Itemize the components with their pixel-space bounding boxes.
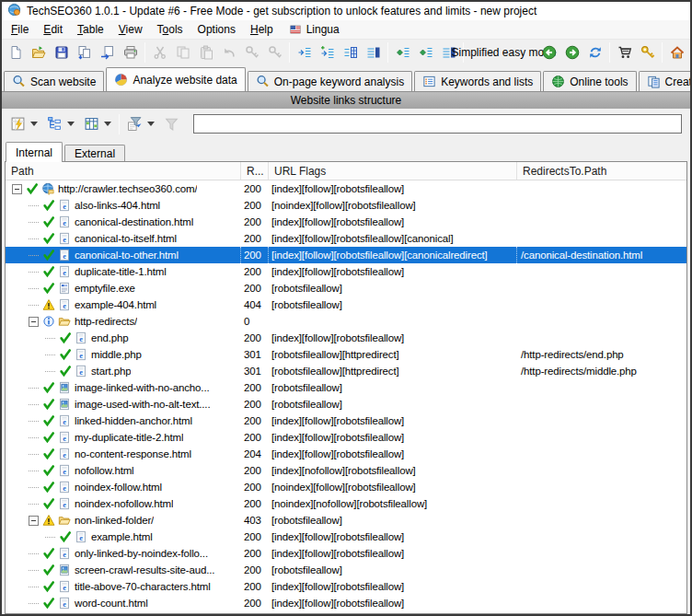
view-tab-internal[interactable]: Internal [6, 142, 63, 162]
menu-item-file[interactable]: File [4, 21, 36, 38]
columns-dropdown[interactable] [79, 112, 116, 135]
paste-button[interactable] [194, 41, 217, 64]
indent-add-node-button[interactable] [316, 41, 339, 64]
table-row[interactable]: image-linked-with-no-ancho...200[robotsf… [6, 379, 686, 396]
column-header-1[interactable]: R... [241, 162, 269, 180]
table-row[interactable]: eexample-404.html404[robotsfileallow] [6, 296, 686, 313]
url-flags-text: [robotsfileallow][httpredirect] [271, 349, 399, 360]
collapse-level-button[interactable] [414, 41, 437, 64]
table-row[interactable]: emiddle.php301[robotsfileallow][httpredi… [6, 346, 686, 363]
refresh-button[interactable] [583, 41, 606, 64]
copy-button[interactable] [171, 41, 194, 64]
path-cell: enoindex-follow.html [6, 479, 241, 495]
open-project-button[interactable] [27, 41, 50, 64]
table-row[interactable]: screen-crawl-results-site-aud...200[robo… [6, 562, 686, 578]
filter-text-input[interactable] [193, 114, 682, 134]
table-row[interactable]: http-redirects/0 [6, 313, 686, 330]
menu-item-tools[interactable]: Tools [150, 21, 190, 38]
response-cell: 200 [241, 197, 269, 214]
back-button[interactable] [537, 41, 560, 64]
magnifier-icon [12, 75, 26, 88]
table-row[interactable]: image-used-with-no-alt-text....200[robot… [6, 396, 686, 413]
table-row[interactable]: eexample.html200[index][follow][robotsfi… [6, 529, 686, 545]
tab-online-tools[interactable]: Online tools [543, 71, 636, 91]
tab-analyze-website-data[interactable]: Analyze website data [106, 67, 245, 91]
status-icon-slot [40, 464, 56, 477]
tree-connector [29, 603, 39, 604]
table-row[interactable]: eonly-linked-by-noindex-follo...200[inde… [6, 545, 686, 562]
table-row[interactable]: enofollow.html200[index][nofollow][robot… [6, 462, 686, 479]
quick-report-dropdown[interactable] [6, 112, 42, 135]
tree-mode-dropdown[interactable] [42, 112, 79, 135]
table-row[interactable]: ecanonical-destination.html200[index][fo… [6, 214, 686, 230]
merge-lines-button[interactable] [339, 41, 362, 64]
table-row[interactable]: ecanonical-to-other.html200[index][follo… [6, 247, 686, 263]
flag-icon [288, 24, 303, 35]
table-row[interactable]: eno-content-response.html204[index][foll… [6, 446, 686, 462]
filter-dropdown[interactable] [122, 112, 159, 135]
save-project-button[interactable] [50, 41, 73, 64]
table-row[interactable]: enoindex-follow.html200[noindex][follow]… [6, 479, 686, 495]
table-row[interactable]: ealso-links-404.html200[noindex][follow]… [6, 197, 686, 214]
tab-on-page-keyword-analysis[interactable]: On-page keyword analysis [248, 71, 412, 91]
move-files-icon [100, 45, 115, 60]
key-tool-button[interactable] [240, 41, 263, 64]
key-tool-2-button[interactable] [263, 41, 286, 64]
home-button[interactable] [665, 41, 688, 64]
response-code: 200 [244, 200, 261, 211]
menu-item-label: View [119, 23, 143, 36]
undo-button[interactable] [217, 41, 240, 64]
print-button[interactable] [119, 41, 142, 64]
expand-collapse-toggle[interactable] [29, 516, 39, 526]
view-tab-external[interactable]: External [64, 145, 125, 162]
new-project-button[interactable] [4, 41, 27, 64]
table-row[interactable]: elinked-hidden-anchor.html200[index][fol… [6, 413, 686, 429]
register-key-button[interactable] [636, 41, 659, 64]
expand-collapse-toggle[interactable] [29, 317, 39, 327]
table-row[interactable]: ecanonical-to-itself.html200[index][foll… [6, 230, 686, 247]
path-cell: ecanonical-to-other.html [6, 247, 241, 263]
table-row[interactable]: eword-count.html200[index][follow][robot… [6, 595, 686, 611]
easy-mode-toggle[interactable]: Simplified easy mode [467, 41, 537, 64]
column-header-2[interactable]: URL Flags [269, 162, 517, 180]
response-code: 200 [244, 382, 261, 393]
table-row[interactable]: http://crawler.techseo360.com/200[index]… [6, 180, 686, 197]
indent-node-button[interactable] [293, 41, 316, 64]
cut-button[interactable] [148, 41, 171, 64]
expand-collapse-toggle[interactable] [12, 184, 22, 194]
tab-keywords-and-lists[interactable]: Keywords and lists [414, 71, 541, 91]
buy-button[interactable] [613, 41, 636, 64]
table-row[interactable]: emptyfile.exe200[robotsfileallow] [6, 280, 686, 296]
redirect-cell: /http-redirects/end.php [517, 346, 686, 363]
tab-scan-website[interactable]: Scan website [4, 71, 104, 91]
menu-item-options[interactable]: Options [190, 21, 243, 38]
page-icon: e [58, 232, 71, 245]
gray-key-icon [245, 45, 260, 60]
table-row[interactable]: etitle-above-70-characters.html200[index… [6, 578, 686, 595]
response-code: 200 [244, 415, 261, 426]
copy-files-icon [77, 45, 92, 60]
tree-node [26, 570, 40, 571]
menu-item-lingua[interactable]: Lingua [281, 21, 347, 38]
redirect-cell [517, 396, 686, 413]
bar-lines-button[interactable] [362, 41, 385, 64]
menu-item-view[interactable]: View [111, 21, 150, 38]
menu-item-edit[interactable]: Edit [36, 21, 70, 38]
menu-item-help[interactable]: Help [243, 21, 281, 38]
clear-filter-button[interactable] [159, 112, 184, 135]
tab-create-sitema[interactable]: Create sitema [639, 71, 690, 91]
table-row[interactable]: enoindex-nofollow.html200[noindex][nofol… [6, 495, 686, 512]
export-data-button[interactable] [73, 41, 96, 64]
table-row[interactable]: eduplicate-title-1.html200[index][follow… [6, 263, 686, 280]
table-row[interactable]: estart.php301[robotsfileallow][httpredir… [6, 363, 686, 379]
column-header-0[interactable]: Path [6, 162, 241, 180]
menu-item-table[interactable]: Table [70, 21, 111, 38]
path-text: screen-crawl-results-site-aud... [72, 564, 214, 575]
column-header-3[interactable]: RedirectsTo.Path [517, 162, 686, 180]
expand-level-button[interactable] [391, 41, 414, 64]
table-row[interactable]: non-linked-folder/403[robotsfileallow] [6, 512, 686, 529]
table-row[interactable]: emy-duplicate-title-2.html200[index][fol… [6, 429, 686, 446]
forward-button[interactable] [560, 41, 583, 64]
import-data-button[interactable] [96, 41, 119, 64]
table-row[interactable]: eend.php200[index][follow][robotsfileall… [6, 330, 686, 346]
